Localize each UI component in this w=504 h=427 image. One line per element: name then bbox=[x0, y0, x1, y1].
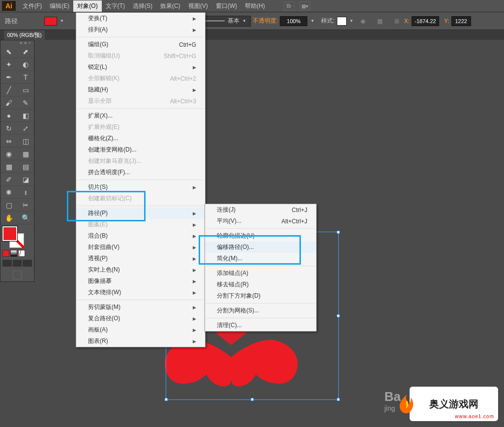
fill-dropdown-icon[interactable]: ▼ bbox=[59, 18, 65, 24]
menu-item-N[interactable]: 实时上色(N)▶ bbox=[76, 264, 205, 275]
menu-item-[interactable]: 图像描摹▶ bbox=[76, 275, 205, 287]
free-transform-tool[interactable]: ◫ bbox=[17, 135, 34, 148]
menu-object[interactable]: 对象(O) bbox=[73, 0, 101, 12]
style-label: 样式: bbox=[321, 17, 334, 25]
fill-stroke-swatch[interactable] bbox=[2, 226, 24, 248]
menu-item-B[interactable]: 混合(B)▶ bbox=[76, 230, 205, 242]
perspective-tool[interactable]: ▦ bbox=[17, 148, 34, 160]
menu-window[interactable]: 窗口(W) bbox=[212, 0, 241, 12]
style-swatch[interactable] bbox=[337, 17, 347, 26]
menu-item-C: 创建裁切标记(C) bbox=[76, 193, 205, 204]
menu-item-E: 扩展外观(E) bbox=[76, 122, 205, 133]
eraser-tool[interactable]: ◧ bbox=[17, 109, 34, 122]
direct-selection-tool[interactable]: ⬈ bbox=[17, 45, 34, 58]
submenu-item-J[interactable]: 连接(J)Ctrl+J bbox=[205, 204, 316, 215]
menu-view[interactable]: 视图(V) bbox=[184, 0, 212, 12]
transform-icon[interactable]: ⊞ bbox=[394, 18, 399, 25]
menu-item-L[interactable]: 锁定(L)▶ bbox=[76, 61, 205, 73]
artboard-tool[interactable]: ▢ bbox=[0, 199, 17, 212]
menu-item-G[interactable]: 编组(G)Ctrl+G bbox=[76, 39, 205, 50]
slice-tool[interactable]: ✂ bbox=[17, 199, 34, 212]
menu-item-J: 创建对象马赛克(J)... bbox=[76, 155, 205, 167]
recolor-icon[interactable]: ◉ bbox=[360, 18, 365, 25]
magic-wand-tool[interactable]: ✦ bbox=[0, 58, 17, 71]
menu-item-W[interactable]: 文本绕排(W)▶ bbox=[76, 287, 205, 298]
pen-tool[interactable]: ✒ bbox=[0, 71, 17, 84]
gradient-tool[interactable]: ▤ bbox=[17, 160, 34, 173]
paintbrush-tool[interactable]: 🖌 bbox=[0, 96, 17, 109]
menu-effect[interactable]: 效果(C) bbox=[156, 0, 184, 12]
menu-item-H[interactable]: 隐藏(H)▶ bbox=[76, 84, 205, 95]
menu-file[interactable]: 文件(F) bbox=[19, 0, 46, 12]
tool-panel: ◄◄ × ⬉⬈✦◐✒T╱▭🖌✎●◧↻⤢⇔◫◉▦▩▤✐◪✺⫾▢✂✋🔍 / bbox=[0, 40, 34, 282]
document-tab[interactable]: 00% (RGB/预) bbox=[4, 30, 44, 40]
menu-item-A[interactable]: 排列(A)▶ bbox=[76, 24, 205, 35]
submenu-item-V[interactable]: 平均(V)...Alt+Ctrl+J bbox=[205, 215, 316, 227]
x-field[interactable]: -1874.22 bbox=[412, 16, 439, 26]
selection-type-label: 路径 bbox=[2, 17, 21, 26]
submenu-item-O[interactable]: 偏移路径(O)... bbox=[205, 242, 316, 253]
menu-help[interactable]: 帮助(H) bbox=[241, 0, 269, 12]
style-dropdown-icon[interactable]: ▼ bbox=[349, 18, 355, 24]
rectangle-tool[interactable]: ▭ bbox=[17, 84, 34, 96]
selection-tool[interactable]: ⬉ bbox=[0, 45, 17, 58]
line-tool[interactable]: ╱ bbox=[0, 84, 17, 96]
eyedropper-tool[interactable]: ✐ bbox=[0, 173, 17, 186]
mini-gradient-swatch[interactable] bbox=[10, 250, 17, 257]
submenu-item-C[interactable]: 清理(C)... bbox=[205, 320, 316, 331]
menu-item-V[interactable]: 封套扭曲(V)▶ bbox=[76, 242, 205, 253]
bridge-icon[interactable]: Br bbox=[284, 1, 295, 10]
menu-select[interactable]: 选择(S) bbox=[129, 0, 156, 12]
menu-item-P[interactable]: 路径(P)▶ bbox=[76, 208, 205, 219]
menu-item-Z[interactable]: 栅格化(Z)... bbox=[76, 133, 205, 144]
submenu-item-D[interactable]: 分割下方对象(D) bbox=[205, 290, 316, 302]
type-tool[interactable]: T bbox=[17, 71, 34, 84]
y-field[interactable]: 1222 bbox=[451, 16, 471, 26]
hand-tool[interactable]: ✋ bbox=[0, 212, 17, 224]
fill-swatch[interactable] bbox=[44, 17, 57, 26]
menu-item-F[interactable]: 拼合透明度(F)... bbox=[76, 167, 205, 178]
menu-item-D[interactable]: 创建渐变网格(D)... bbox=[76, 144, 205, 155]
scale-tool[interactable]: ⤢ bbox=[17, 122, 34, 135]
submenu-item-M[interactable]: 简化(M)... bbox=[205, 253, 316, 264]
app-logo: Ai bbox=[2, 1, 16, 11]
menu-item-T[interactable]: 变换(T)▶ bbox=[76, 13, 205, 24]
menu-item-P[interactable]: 透视(P)▶ bbox=[76, 253, 205, 264]
rotate-tool[interactable]: ↻ bbox=[0, 122, 17, 135]
pencil-tool[interactable]: ✎ bbox=[17, 96, 34, 109]
mini-color-swatch[interactable] bbox=[2, 250, 9, 257]
draw-behind-icon[interactable] bbox=[13, 260, 22, 267]
menu-item-X[interactable]: 扩展(X)... bbox=[76, 110, 205, 122]
opacity-field[interactable]: 100% bbox=[280, 16, 307, 26]
zoom-tool[interactable]: 🔍 bbox=[17, 212, 34, 224]
blob-brush-tool[interactable]: ● bbox=[0, 109, 17, 122]
menu-item-: 显示全部Alt+Ctrl+3 bbox=[76, 95, 205, 107]
menu-item-R[interactable]: 图表(R)▶ bbox=[76, 336, 205, 347]
align-icon[interactable]: ▦ bbox=[377, 18, 383, 25]
graph-tool[interactable]: ⫾ bbox=[17, 186, 34, 199]
arrange-docs-icon[interactable]: ▦▾ bbox=[299, 1, 310, 10]
menu-type[interactable]: 文字(T) bbox=[102, 0, 129, 12]
submenu-item-R[interactable]: 移去锚点(R) bbox=[205, 279, 316, 290]
menu-item-S[interactable]: 切片(S)▶ bbox=[76, 182, 205, 193]
width-tool[interactable]: ⇔ bbox=[0, 135, 17, 148]
mesh-tool[interactable]: ▩ bbox=[0, 160, 17, 173]
draw-inside-icon[interactable] bbox=[23, 260, 32, 267]
submenu-item-S[interactable]: 分割为网格(S)... bbox=[205, 305, 316, 316]
opacity-dropdown-icon[interactable]: ▼ bbox=[309, 18, 315, 24]
screen-mode-icon[interactable] bbox=[13, 271, 22, 279]
blend-tool[interactable]: ◪ bbox=[17, 173, 34, 186]
menu-item-A[interactable]: 画板(A)▶ bbox=[76, 324, 205, 336]
shape-builder-tool[interactable]: ◉ bbox=[0, 148, 17, 160]
menu-edit[interactable]: 编辑(E) bbox=[46, 0, 73, 12]
symbol-sprayer-tool[interactable]: ✺ bbox=[0, 186, 17, 199]
lasso-tool[interactable]: ◐ bbox=[17, 58, 34, 71]
flame-icon bbox=[395, 392, 419, 416]
submenu-item-A[interactable]: 添加锚点(A) bbox=[205, 268, 316, 279]
draw-mode-icon[interactable] bbox=[2, 260, 12, 267]
opacity-label[interactable]: 不透明度: bbox=[253, 17, 278, 25]
mini-none-swatch[interactable]: / bbox=[18, 250, 25, 257]
menu-item-O[interactable]: 复合路径(O)▶ bbox=[76, 313, 205, 324]
submenu-item-U[interactable]: 轮廓化描边(U) bbox=[205, 230, 316, 242]
menu-item-M[interactable]: 剪切蒙版(M)▶ bbox=[76, 302, 205, 313]
